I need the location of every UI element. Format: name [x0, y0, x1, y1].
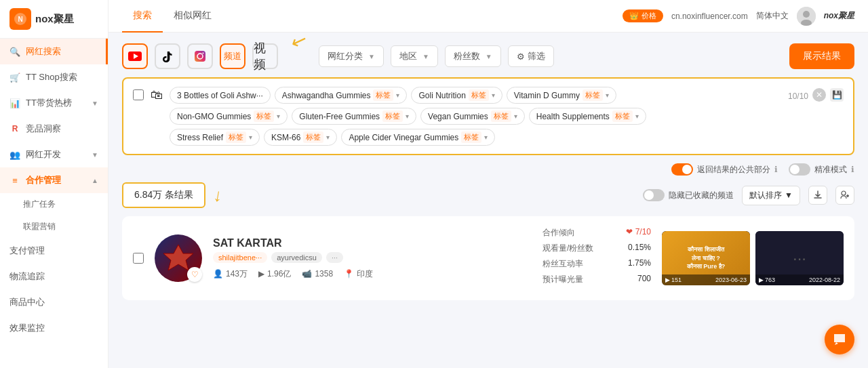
sidebar-item-competitor[interactable]: R 竞品洞察	[0, 116, 108, 142]
sidebar-item-payment[interactable]: 支付管理	[0, 238, 108, 264]
sidebar-item-logistics[interactable]: 物流追踪	[0, 264, 108, 289]
card-checkbox[interactable]	[133, 253, 144, 264]
hidden-label: 隐藏已收藏的频道	[669, 190, 734, 201]
channel-tag-2[interactable]: ayurvedicsu	[271, 252, 322, 263]
tag-name-ashwagandha: Ashwagandha Gummies	[282, 91, 371, 100]
chevron-down-icon: ▼	[92, 100, 98, 107]
video2-views: ▶ 763	[759, 277, 775, 283]
fans-icon: 👤	[213, 269, 223, 279]
tags-checkbox[interactable]	[133, 89, 144, 100]
play-icon-2: ▶	[759, 277, 764, 283]
show-results-button[interactable]: 展示结果	[789, 43, 854, 69]
toggle-row: 返回结果的公共部分 ℹ 精准模式 ℹ	[122, 163, 854, 176]
info-icon-precise[interactable]: ℹ	[851, 165, 854, 174]
video1-title: कौनसा शिलाजीतलेना चाहिए ?कौनसा Pure है?	[684, 243, 728, 274]
sidebar-item-dev[interactable]: 👥 网红开发 ▼	[0, 142, 108, 167]
fans-dropdown[interactable]: 粉丝数 ▼	[445, 45, 501, 67]
views-count: 1.96亿	[267, 268, 291, 280]
toggle-public-switch[interactable]	[671, 163, 693, 176]
video2-placeholder: ···	[793, 249, 806, 268]
tag-goli-nutrition[interactable]: Goli Nutrition 标签 ▾	[411, 87, 502, 104]
collab-score: 7/10	[635, 227, 651, 237]
video-thumb-1[interactable]: कौनसा शिलाजीतलेना चाहिए ?कौनसा Pure है? …	[662, 231, 750, 285]
tag-ksm66[interactable]: KSM-66 标签 ▾	[264, 129, 337, 146]
product-name: 3 Bottles of Goli Ashw···	[177, 91, 263, 100]
tab-search[interactable]: 搜索	[122, 0, 163, 33]
sidebar-item-tt-hot[interactable]: 📊 TT带货热榜 ▼	[0, 90, 108, 116]
sidebar-item-influencer-search[interactable]: 🔍 网红搜索	[0, 39, 108, 64]
chart-icon: 📊	[9, 98, 20, 108]
tag-name-stress: Stress Relief	[177, 133, 223, 142]
export-button[interactable]	[808, 186, 827, 205]
save-tags-button[interactable]: 💾	[830, 88, 844, 102]
channel-tag-more[interactable]: ···	[326, 252, 343, 263]
interact-pct: 1.75%	[628, 258, 651, 270]
filter-btn[interactable]: ⚙ 筛选	[508, 45, 554, 67]
results-count: 6.84万 条结果	[122, 182, 205, 208]
logo-icon: N	[9, 8, 31, 30]
views-pct: 0.15%	[628, 243, 651, 254]
category-label: 网红分类	[328, 50, 363, 62]
platform-youtube-btn[interactable]	[122, 43, 148, 69]
video-thumb-2[interactable]: ··· ▶ 763 2022-08-22	[755, 231, 844, 285]
results-bar: 6.84万 条结果 ↓ 隐藏已收藏的频道 默认排序 ▼	[122, 182, 854, 208]
user-avatar[interactable]	[797, 7, 816, 26]
toggle-precise-switch[interactable]	[789, 163, 810, 176]
region-dropdown[interactable]: 地区 ▼	[391, 45, 438, 67]
platform-channel-btn[interactable]: 频道	[220, 43, 245, 69]
nav-domain: cn.noxinfluencer.com	[671, 12, 748, 21]
results-left: 6.84万 条结果 ↓	[122, 182, 222, 208]
clear-tags-button[interactable]: ✕	[812, 88, 826, 102]
tag-row-2: Non-GMO Gummies 标签 ▾ Gluten-Free Gummies…	[170, 108, 781, 125]
video1-views: ▶ 151	[665, 277, 682, 283]
add-user-button[interactable]	[835, 186, 854, 205]
crown-badge[interactable]: 👑 价格	[623, 9, 663, 22]
arrow-down-icon: ↓	[212, 184, 224, 207]
tag-vitamin-d[interactable]: Vitamin D Gummy 标签 ▾	[507, 87, 616, 104]
tag-label-ksm: 标签	[303, 131, 323, 143]
tag-stress-relief[interactable]: Stress Relief 标签 ▾	[170, 129, 260, 146]
tag-label-goli: 标签	[469, 89, 489, 101]
videos-icon: 📹	[302, 269, 312, 279]
chevron-down-icon-5: ▼	[486, 53, 492, 60]
tag-vegan[interactable]: Vegan Gummies 标签 ▾	[420, 108, 525, 125]
sidebar-subitem-promote[interactable]: 推广任务	[0, 193, 108, 216]
nav-right: 👑 价格 cn.noxinfluencer.com 简体中文 nox聚星	[623, 7, 854, 26]
logo-nox-right: nox聚星	[824, 10, 854, 22]
sidebar-item-shop[interactable]: 商品中心	[0, 289, 108, 315]
tab-similar[interactable]: 相似网红	[163, 0, 222, 33]
info-icon-public[interactable]: ℹ	[774, 165, 778, 174]
tag-health-supplements[interactable]: Health Supplements 标签 ▾	[529, 108, 646, 125]
tag-non-gmo[interactable]: Non-GMO Gummies 标签 ▾	[170, 108, 288, 125]
platform-tiktok-btn[interactable]	[155, 43, 180, 69]
category-dropdown[interactable]: 网红分类 ▼	[319, 45, 384, 67]
channel-tag-1[interactable]: shilajitbene···	[213, 252, 267, 263]
sidebar-subitem-affiliate[interactable]: 联盟营销	[0, 216, 108, 238]
tab-search-label: 搜索	[133, 9, 152, 20]
tag-acv[interactable]: Apple Cider Vinegar Gummies 标签 ▾	[341, 129, 495, 146]
tag-gluten-free[interactable]: Gluten-Free Gummies 标签 ▾	[292, 108, 416, 125]
tag-label-glutenfree: 标签	[382, 110, 403, 122]
svg-marker-14	[835, 342, 838, 345]
toggle-public-label: 返回结果的公共部分	[697, 164, 770, 176]
sort-dropdown[interactable]: 默认排序 ▼	[742, 186, 800, 205]
platform-instagram-btn[interactable]	[187, 43, 213, 69]
tag-product[interactable]: 3 Bottles of Goli Ashw···	[170, 87, 271, 104]
svg-point-3	[803, 11, 810, 18]
content-area: 频道 视频 ↙ 网红分类 ▼ 地区 ▼	[108, 33, 868, 368]
card-videos: कौनसा शिलाजीतलेना चाहिए ?कौनसा Pure है? …	[662, 231, 844, 285]
hidden-toggle-switch[interactable]	[643, 189, 665, 201]
sidebar-item-collab[interactable]: ≡ 合作管理 ▲	[0, 167, 108, 193]
sidebar-item-tt-shop[interactable]: 🛒 TT Shop搜索	[0, 64, 108, 90]
svg-point-10	[842, 191, 846, 195]
nav-lang[interactable]: 简体中文	[756, 10, 789, 22]
chevron-down-icon-3: ▼	[368, 53, 375, 60]
chat-fab-button[interactable]	[825, 325, 854, 354]
fans-label: 粉丝数	[454, 50, 480, 62]
videos-count: 1358	[315, 269, 333, 279]
favorite-button[interactable]: ♡	[187, 267, 202, 282]
platform-video-btn[interactable]: 视频	[252, 43, 278, 69]
tag-ashwagandha[interactable]: Ashwagandha Gummies 标签 ▾	[275, 87, 408, 104]
stat-videos: 📹 1358	[302, 268, 333, 280]
sidebar-item-monitor[interactable]: 效果监控	[0, 315, 108, 341]
